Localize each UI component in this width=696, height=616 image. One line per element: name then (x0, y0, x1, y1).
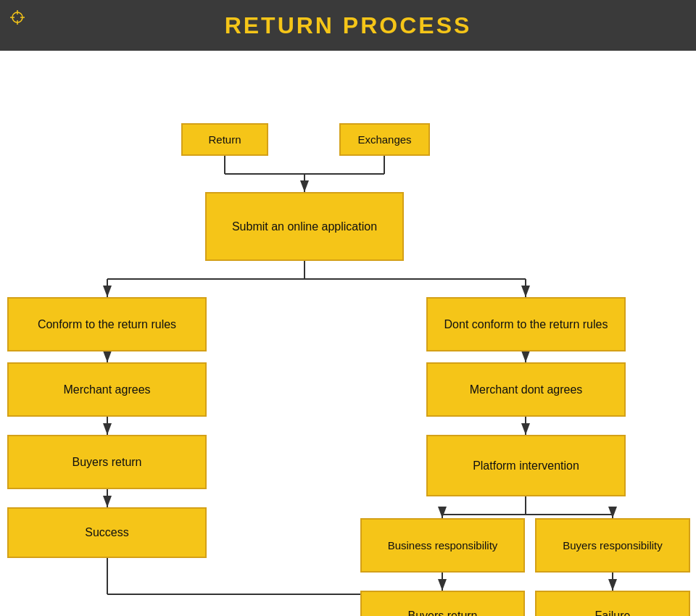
buyers-return-right-box: Buyers return (360, 591, 525, 616)
merchant-agrees-box: Merchant agrees (7, 362, 207, 417)
buyers-return-left-box: Buyers return (7, 435, 207, 489)
buyers-resp-box: Buyers responsibility (535, 518, 690, 573)
submit-box: Submit an online application (205, 192, 404, 261)
business-resp-box: Business responsibility (360, 518, 525, 573)
flowchart: Return Exchanges Submit an online applic… (0, 51, 696, 616)
crosshair-icon (10, 10, 25, 25)
platform-box: Platform intervention (426, 435, 626, 496)
page-title: RETURN PROCESS (225, 12, 472, 39)
dont-conform-box: Dont conform to the return rules (426, 297, 626, 351)
exchanges-box: Exchanges (339, 123, 430, 156)
failure-box: Failure (535, 591, 690, 616)
merchant-dont-box: Merchant dont agrees (426, 362, 626, 417)
header: RETURN PROCESS (0, 0, 696, 51)
return-box: Return (181, 123, 268, 156)
conform-box: Conform to the return rules (7, 297, 207, 351)
success-box: Success (7, 507, 207, 558)
